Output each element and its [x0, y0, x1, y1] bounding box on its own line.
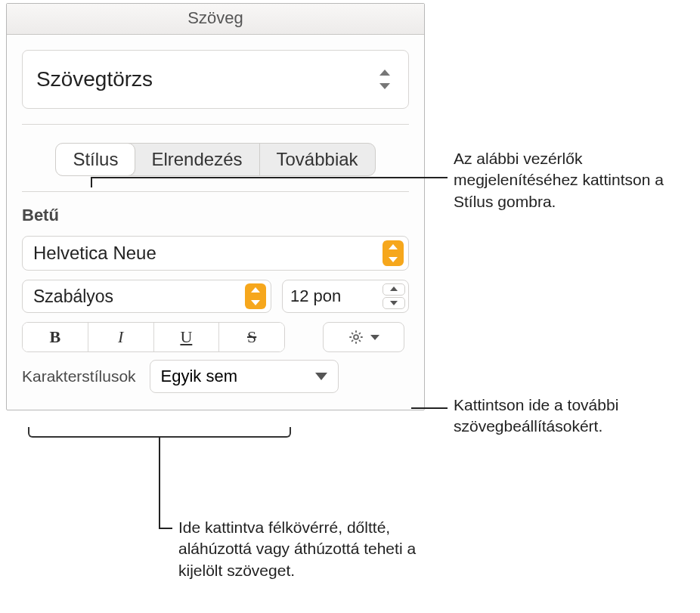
font-section-label: Betű	[7, 192, 424, 236]
updown-icon	[378, 70, 392, 89]
font-variant-value: Szabályos	[33, 286, 113, 307]
callout-bius: Ide kattintva félkövérré, dőltté, aláhúz…	[178, 517, 458, 581]
svg-point-0	[354, 335, 358, 339]
updown-icon	[383, 240, 404, 266]
character-styles-label: Karakterstílusok	[22, 367, 136, 385]
chevron-down-icon	[370, 335, 379, 340]
stepper-up-icon[interactable]	[383, 283, 405, 296]
format-tabs: Stílus Elrendezés Továbbiak	[55, 143, 375, 176]
callout-leader	[91, 177, 92, 187]
callout-style-tab: Az alábbi vezérlők megjelenítéséhez katt…	[454, 148, 688, 212]
stepper-down-icon[interactable]	[383, 297, 405, 309]
font-family-value: Helvetica Neue	[33, 243, 156, 264]
panel-title: Szöveg	[7, 4, 424, 35]
more-text-options-button[interactable]	[323, 322, 404, 352]
bius-group: B I U S	[22, 322, 285, 352]
tab-more[interactable]: Továbbiak	[260, 144, 375, 175]
callout-leader	[411, 407, 448, 409]
tab-layout[interactable]: Elrendezés	[135, 144, 259, 175]
underline-button[interactable]: U	[153, 323, 219, 351]
character-styles-select[interactable]: Egyik sem	[150, 360, 339, 393]
callout-leader	[91, 177, 448, 178]
paragraph-style-value: Szövegtörzs	[36, 67, 153, 91]
font-size-value: 12 pon	[290, 286, 341, 306]
paragraph-style-select[interactable]: Szövegtörzs	[22, 50, 409, 109]
tab-style[interactable]: Stílus	[55, 143, 135, 176]
text-format-panel: Szöveg Szövegtörzs Stílus Elrendezés Tov…	[6, 3, 425, 410]
callout-more-options: Kattintson ide a további szövegbeállítás…	[454, 395, 692, 438]
font-size-stepper[interactable]: 12 pon	[282, 280, 409, 313]
strikethrough-button[interactable]: S	[218, 323, 284, 351]
font-family-select[interactable]: Helvetica Neue	[22, 236, 409, 271]
updown-icon	[245, 283, 266, 309]
bold-button[interactable]: B	[23, 323, 88, 351]
italic-button[interactable]: I	[88, 323, 153, 351]
font-variant-select[interactable]: Szabályos	[22, 280, 271, 313]
callout-leader	[159, 528, 172, 529]
chevron-down-icon	[315, 373, 327, 380]
callout-bracket	[28, 427, 291, 438]
character-styles-value: Egyik sem	[161, 367, 237, 386]
callout-leader	[159, 437, 160, 528]
gear-icon	[348, 329, 364, 345]
